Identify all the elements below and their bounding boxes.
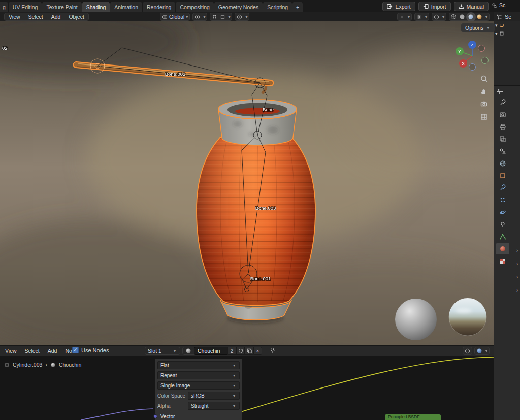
- properties-tab-physics[interactable]: [496, 207, 509, 218]
- overlays-dropdown[interactable]: ▾: [414, 13, 429, 21]
- properties-tab-constraints[interactable]: [496, 219, 509, 230]
- principled-bsdf-node-header[interactable]: Principled BSDF: [385, 414, 441, 420]
- workspace-tab-geometry-nodes[interactable]: Geometry Nodes: [214, 2, 263, 12]
- panel-expand-chevron[interactable]: ›: [516, 274, 518, 280]
- alpha-label: Alpha: [157, 403, 186, 409]
- color-space-dropdown[interactable]: sRGB ▾: [188, 392, 240, 400]
- workspace-tab-rendering[interactable]: Rendering: [143, 2, 175, 12]
- proportional-edit-dropdown[interactable]: ▾: [235, 13, 249, 21]
- snap-target-dropdown[interactable]: ▾: [192, 13, 207, 21]
- circle-slash-icon: [463, 348, 472, 354]
- color-space-value: sRGB: [191, 393, 205, 399]
- properties-editor-icon[interactable]: [497, 88, 503, 95]
- import-button[interactable]: Import: [418, 2, 451, 11]
- chevron-down-icon: ▾: [232, 363, 237, 368]
- scene-selector[interactable]: Sc: [492, 2, 518, 8]
- xray-toggle[interactable]: ▾: [432, 13, 446, 21]
- alpha-value: Straight: [191, 403, 208, 409]
- shield-icon: [238, 348, 243, 354]
- scene-icon: [492, 3, 497, 8]
- pin-button[interactable]: [270, 347, 276, 354]
- shader-backdrop-toggle[interactable]: [463, 347, 472, 355]
- material-users-count-button[interactable]: 2: [228, 347, 236, 355]
- properties-tab-object-data[interactable]: [496, 231, 509, 242]
- chevron-down-icon: ▾: [484, 15, 489, 19]
- menu-view[interactable]: View: [5, 13, 24, 20]
- properties-tab-object[interactable]: [496, 170, 509, 181]
- chevron-down-icon: ▾: [232, 404, 237, 408]
- bone-label: Bone.003: [255, 205, 276, 211]
- shader-preview-dropdown[interactable]: ▾: [474, 347, 490, 355]
- slot-label: Slot 1: [148, 348, 161, 354]
- properties-tab-particles[interactable]: [496, 195, 509, 206]
- workspace-tab-animation[interactable]: Animation: [110, 2, 142, 12]
- transform-orientation-dropdown[interactable]: Global ▾: [160, 13, 190, 21]
- menu-view[interactable]: View: [1, 347, 21, 354]
- shading-rendered-button[interactable]: [476, 14, 483, 20]
- properties-tab-tool[interactable]: [496, 97, 509, 108]
- vector-input-socket-row[interactable]: Vector: [155, 412, 242, 420]
- workspace-tab-shading[interactable]: Shading: [82, 2, 110, 12]
- right-rail: Sc ▾ ▾: [494, 12, 520, 420]
- disclosure-triangle-icon: ▾: [495, 31, 498, 36]
- outliner-collection-row[interactable]: ▾: [494, 21, 520, 29]
- options-dropdown[interactable]: Options ▾: [461, 23, 495, 32]
- panel-expand-chevron[interactable]: ›: [516, 261, 518, 267]
- alpha-dropdown[interactable]: Straight ▾: [188, 402, 240, 410]
- menu-add[interactable]: Add: [47, 13, 65, 20]
- gizmo-axis-x-neg[interactable]: [478, 45, 485, 52]
- shading-solid-button[interactable]: [459, 14, 466, 20]
- export-button[interactable]: Export: [382, 2, 415, 11]
- gizmo-x-label: X: [462, 61, 465, 66]
- workspace-tab-scripting[interactable]: Scripting: [263, 2, 292, 12]
- properties-tab-material[interactable]: [496, 243, 509, 254]
- panel-expand-chevron[interactable]: ›: [516, 287, 518, 293]
- shading-wireframe-button[interactable]: [450, 14, 457, 20]
- breadcrumb-object-name[interactable]: Cylinder.003: [13, 362, 42, 368]
- new-material-button[interactable]: [245, 347, 253, 355]
- properties-tab-texture[interactable]: [496, 255, 509, 267]
- properties-tab-scene[interactable]: [496, 146, 509, 157]
- breadcrumb-material-name[interactable]: Chouchin: [59, 362, 81, 368]
- shader-editor-canvas[interactable]: Cylinder.003 › Chouchin Flat ▾ Repeat ▾ …: [0, 356, 494, 420]
- export-icon: [387, 4, 393, 9]
- material-slot-dropdown[interactable]: Slot 1 ▾: [145, 347, 180, 355]
- properties-tab-view-layer[interactable]: [496, 134, 509, 145]
- chevron-down-icon: ▾: [184, 15, 189, 19]
- outliner-object-row[interactable]: ▾: [494, 29, 520, 38]
- properties-tab-modifiers[interactable]: [496, 182, 509, 193]
- fake-user-button[interactable]: [236, 347, 245, 355]
- viewport-3d[interactable]: Bone.002 Bone Bone.003 Bone.001 02 Z Y X: [0, 21, 494, 345]
- bone-label: Bone.002: [165, 71, 186, 77]
- vector-socket[interactable]: [153, 414, 157, 418]
- workspace-tab-partial[interactable]: g: [0, 2, 8, 12]
- gizmo-axis-z-neg[interactable]: [469, 64, 476, 71]
- menu-select[interactable]: Select: [24, 13, 47, 20]
- properties-tab-output[interactable]: [496, 121, 509, 133]
- unlink-material-button[interactable]: ×: [253, 347, 262, 355]
- extension-dropdown[interactable]: Repeat ▾: [157, 371, 240, 379]
- use-nodes-toggle[interactable]: ✓ Use Nodes: [72, 347, 109, 353]
- snap-toggle[interactable]: ▾: [210, 13, 232, 21]
- source-dropdown[interactable]: Single Image ▾: [157, 381, 240, 390]
- add-workspace-button[interactable]: +: [292, 2, 303, 12]
- shader-menus: View Select Add Node: [1, 347, 82, 355]
- material-name-field[interactable]: Chouchin: [194, 347, 228, 355]
- panel-expand-chevron[interactable]: ›: [516, 248, 518, 253]
- workspace-tab-texture-paint[interactable]: Texture Paint: [42, 2, 81, 12]
- workspace-tab-compositing[interactable]: Compositing: [176, 2, 213, 12]
- show-gizmo-dropdown[interactable]: ▾: [397, 13, 412, 21]
- manual-button[interactable]: Manual: [454, 2, 489, 11]
- menu-select[interactable]: Select: [21, 347, 44, 354]
- workspace-tab-uv-editing[interactable]: UV Editing: [9, 2, 42, 12]
- properties-tab-world[interactable]: [496, 158, 509, 169]
- shading-material-button[interactable]: [468, 14, 474, 20]
- interpolation-dropdown[interactable]: Flat ▾: [157, 361, 240, 369]
- gizmo-axis-y-neg[interactable]: [482, 57, 489, 64]
- snap-mode-icon: [219, 15, 226, 19]
- menu-object[interactable]: Object: [64, 13, 88, 20]
- use-nodes-label: Use Nodes: [81, 347, 109, 353]
- properties-tab-render[interactable]: [496, 109, 509, 120]
- chevron-down-icon: ▾: [232, 394, 237, 398]
- menu-add[interactable]: Add: [44, 347, 61, 354]
